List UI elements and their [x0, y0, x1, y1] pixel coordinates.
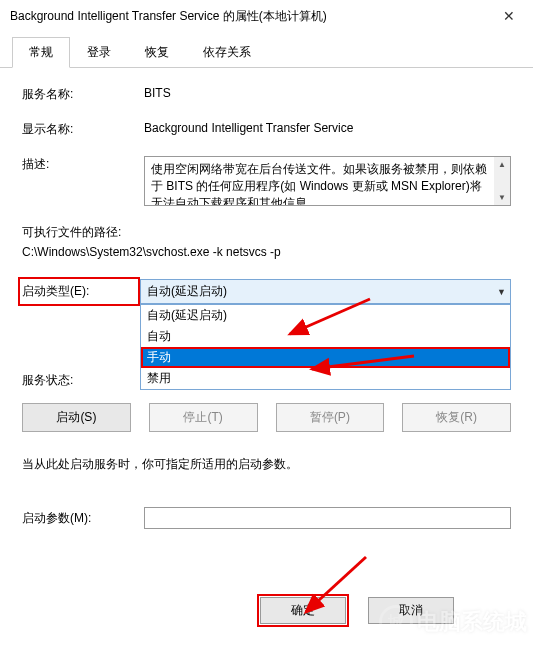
service-state-label: 服务状态: [22, 372, 144, 389]
exe-path-label: 可执行文件的路径: [22, 224, 511, 241]
tab-dependencies[interactable]: 依存关系 [186, 37, 268, 68]
window-title: Background Intelligent Transfer Service … [10, 8, 327, 25]
resume-button: 恢复(R) [402, 403, 511, 432]
display-name-value: Background Intelligent Transfer Service [144, 121, 511, 135]
description-label: 描述: [22, 156, 144, 173]
start-button[interactable]: 启动(S) [22, 403, 131, 432]
tab-general[interactable]: 常规 [12, 37, 70, 68]
dropdown-option-auto-delayed[interactable]: 自动(延迟启动) [141, 305, 510, 326]
pause-button: 暂停(P) [276, 403, 385, 432]
chevron-down-icon: ▼ [497, 287, 506, 297]
description-scrollbar[interactable]: ▲ ▼ [494, 157, 510, 205]
startup-type-label: 启动类型(E): [18, 277, 140, 306]
startup-params-input[interactable] [144, 507, 511, 529]
close-icon[interactable]: ✕ [495, 6, 523, 26]
titlebar: Background Intelligent Transfer Service … [0, 0, 533, 32]
scroll-up-icon[interactable]: ▲ [496, 157, 508, 172]
service-control-buttons: 启动(S) 停止(T) 暂停(P) 恢复(R) [22, 403, 511, 432]
service-name-value: BITS [144, 86, 511, 100]
display-name-label: 显示名称: [22, 121, 144, 138]
stop-button: 停止(T) [149, 403, 258, 432]
dropdown-list: 自动(延迟启动) 自动 手动 禁用 [140, 304, 511, 390]
ok-button[interactable]: 确定 [260, 597, 346, 624]
dropdown-option-disabled[interactable]: 禁用 [141, 368, 510, 389]
tab-logon[interactable]: 登录 [70, 37, 128, 68]
dropdown-option-auto[interactable]: 自动 [141, 326, 510, 347]
dialog-buttons: 确定 取消 [22, 597, 511, 624]
cancel-button[interactable]: 取消 [368, 597, 454, 624]
dropdown-selected[interactable]: 自动(延迟启动) ▼ [140, 279, 511, 304]
startup-params-hint: 当从此处启动服务时，你可指定所适用的启动参数。 [22, 456, 511, 473]
description-text[interactable]: 使用空闲网络带宽在后台传送文件。如果该服务被禁用，则依赖于 BITS 的任何应用… [144, 156, 511, 206]
startup-params-label: 启动参数(M): [22, 510, 144, 527]
service-name-label: 服务名称: [22, 86, 144, 103]
dropdown-option-manual[interactable]: 手动 [141, 347, 510, 368]
scroll-down-icon[interactable]: ▼ [496, 190, 508, 205]
startup-type-dropdown[interactable]: 自动(延迟启动) ▼ 自动(延迟启动) 自动 手动 禁用 [140, 279, 511, 304]
content-panel: 服务名称: BITS 显示名称: Background Intelligent … [0, 68, 533, 634]
watermark-url: WWW.DNXTC.NET [438, 637, 517, 647]
exe-path-value: C:\Windows\System32\svchost.exe -k netsv… [22, 245, 511, 259]
tab-recovery[interactable]: 恢复 [128, 37, 186, 68]
tab-bar: 常规 登录 恢复 依存关系 [0, 36, 533, 68]
